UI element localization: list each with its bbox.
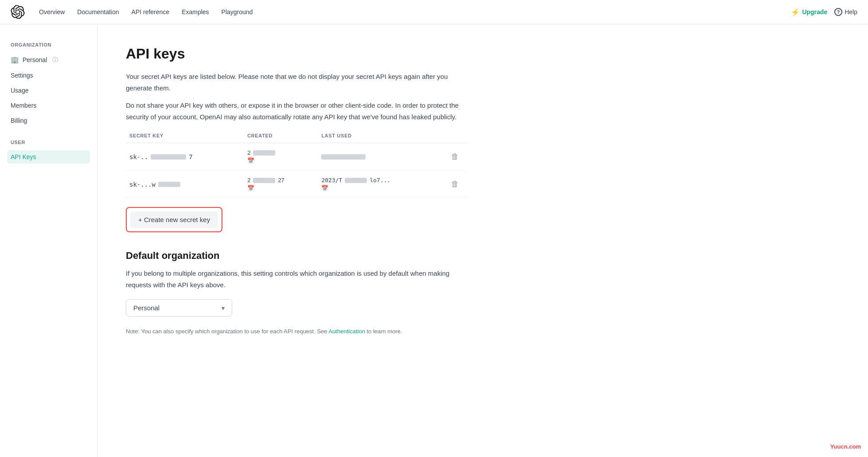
api-keys-table: SECRET KEY CREATED LAST USED sk-.. 7: [126, 129, 468, 198]
page-title: API keys: [126, 46, 468, 62]
key-value-1: sk-.. 7: [129, 153, 240, 160]
sidebar-item-personal[interactable]: 🏢 Personal ⓘ: [7, 53, 90, 67]
sidebar-settings-label: Settings: [11, 72, 33, 79]
created-date-1: 2 📅: [247, 149, 314, 164]
last-used-blurred-2: [345, 178, 367, 183]
openai-logo: [11, 5, 25, 19]
upgrade-button[interactable]: ⚡ Upgrade: [791, 8, 827, 16]
delete-key-2-button[interactable]: 🗑: [449, 178, 461, 191]
table-row: sk-...w 2 27 📅: [126, 171, 468, 198]
col-created: CREATED: [244, 129, 318, 143]
sidebar-item-settings[interactable]: Settings: [7, 69, 90, 82]
nav-api-reference[interactable]: API reference: [132, 7, 170, 17]
chevron-down-icon: ▾: [222, 305, 225, 312]
key-suffix-1: 7: [189, 153, 192, 160]
key-value-2: sk-...w: [129, 181, 240, 188]
authentication-link[interactable]: Authentication: [328, 328, 365, 335]
date-blurred-2: [253, 178, 275, 183]
sidebar-item-members[interactable]: Members: [7, 99, 90, 112]
main-content: API keys Your secret API keys are listed…: [97, 24, 496, 457]
calendar-icon-3: 📅: [321, 185, 328, 191]
create-new-secret-key-button[interactable]: + Create new secret key: [130, 211, 218, 228]
last-used-blurred-1: [321, 154, 366, 160]
sidebar-usage-label: Usage: [11, 87, 28, 94]
delete-key-1-button[interactable]: 🗑: [449, 150, 461, 163]
org-dropdown[interactable]: Personal ▾: [126, 299, 232, 316]
default-org-title: Default organization: [126, 250, 468, 262]
sidebar-item-usage[interactable]: Usage: [7, 84, 90, 97]
building-icon: 🏢: [11, 56, 19, 64]
created-date-2: 2 27 📅: [247, 177, 314, 191]
last-used-2: 2023/T lo7... 📅: [321, 177, 442, 191]
description-2: Do not share your API key with others, o…: [126, 100, 468, 122]
nav-links: Overview Documentation API reference Exa…: [39, 7, 777, 17]
key-prefix-2: sk-...w: [129, 181, 156, 188]
nav-playground[interactable]: Playground: [222, 7, 253, 17]
org-dropdown-value: Personal: [133, 304, 160, 312]
default-org-desc: If you belong to multiple organizations,…: [126, 268, 468, 290]
user-section-label: USER: [7, 140, 90, 145]
key-prefix-1: sk-..: [129, 153, 148, 160]
top-navigation: Overview Documentation API reference Exa…: [0, 0, 868, 24]
watermark: Yuucn.com: [830, 443, 861, 450]
last-used-1: [321, 154, 442, 160]
key-blurred-1: [151, 154, 186, 160]
date-blurred-1: [253, 150, 275, 156]
note-prefix: Note: You can also specify which organiz…: [126, 328, 328, 335]
date-num-1: 2: [247, 149, 250, 156]
create-key-wrapper: + Create new secret key: [126, 207, 222, 232]
nav-documentation[interactable]: Documentation: [77, 7, 119, 17]
sidebar-api-keys-label: API Keys: [11, 153, 36, 160]
sidebar-billing-label: Billing: [11, 117, 27, 124]
nav-right: ⚡ Upgrade ? Help: [791, 8, 857, 16]
default-org-section: Default organization If you belong to mu…: [126, 250, 468, 316]
sidebar-members-label: Members: [11, 102, 36, 109]
nav-overview[interactable]: Overview: [39, 7, 65, 17]
calendar-icon-2: 📅: [247, 185, 254, 191]
note-text: Note: You can also specify which organiz…: [126, 327, 468, 336]
calendar-icon-1: 📅: [247, 157, 254, 164]
help-label: Help: [845, 8, 857, 16]
sidebar: ORGANIZATION 🏢 Personal ⓘ Settings Usage…: [0, 24, 97, 457]
table-row: sk-.. 7 2 📅: [126, 143, 468, 171]
info-icon: ⓘ: [52, 56, 58, 64]
help-button[interactable]: ? Help: [834, 8, 857, 16]
upgrade-label: Upgrade: [802, 8, 827, 16]
upgrade-icon: ⚡: [791, 8, 800, 16]
last-used-partial: 2023/T: [321, 177, 342, 184]
note-suffix: to learn more.: [365, 328, 402, 335]
date-suffix-2: 27: [278, 177, 284, 184]
description-1: Your secret API keys are listed below. P…: [126, 71, 468, 94]
page-layout: ORGANIZATION 🏢 Personal ⓘ Settings Usage…: [0, 24, 868, 457]
last-used-suffix: lo7...: [370, 177, 390, 184]
date-num-2: 2: [247, 177, 250, 184]
col-secret-key: SECRET KEY: [126, 129, 244, 143]
col-last-used: LAST USED: [318, 129, 446, 143]
sidebar-personal-label: Personal: [23, 56, 47, 63]
org-section-label: ORGANIZATION: [7, 42, 90, 47]
help-circle-icon: ?: [834, 8, 842, 16]
key-blurred-2: [158, 182, 180, 187]
sidebar-item-billing[interactable]: Billing: [7, 114, 90, 127]
nav-examples[interactable]: Examples: [182, 7, 209, 17]
sidebar-item-api-keys[interactable]: API Keys: [7, 150, 90, 164]
